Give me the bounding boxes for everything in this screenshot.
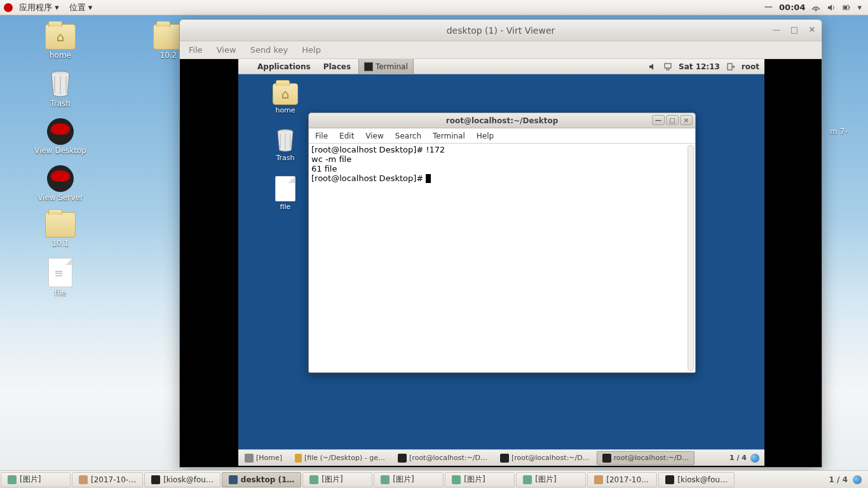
menu-view[interactable]: View bbox=[217, 45, 236, 55]
terminal-title: root@localhost:~/Desktop bbox=[446, 116, 559, 125]
desktop-icon-home[interactable]: home bbox=[25, 24, 95, 60]
guest-user-label[interactable]: root bbox=[742, 62, 759, 71]
user-menu-arrow-icon[interactable]: ▾ bbox=[857, 3, 862, 12]
term-menu-terminal[interactable]: Terminal bbox=[433, 132, 465, 140]
terminal-window: root@localhost:~/Desktop — □ ✕ File Edit… bbox=[308, 112, 696, 373]
term-menu-file[interactable]: File bbox=[315, 132, 328, 140]
menu-send-key[interactable]: Send key bbox=[250, 45, 288, 55]
guest-volume-icon[interactable] bbox=[648, 62, 657, 71]
guest-desktop: Applications Places Terminal Sat 12:13 r… bbox=[238, 59, 764, 466]
terminal-close-button[interactable]: ✕ bbox=[680, 115, 693, 125]
dock-item[interactable]: [kiosk@fou… bbox=[658, 472, 735, 487]
host-workspace-indicator[interactable]: 1 / 4 bbox=[823, 475, 868, 484]
virt-viewer-titlebar[interactable]: desktop (1) - Virt Viewer — □ ✕ bbox=[180, 20, 822, 41]
terminal-icon bbox=[151, 475, 160, 484]
file-icon bbox=[275, 176, 295, 201]
clock-prefix: 一 bbox=[764, 2, 773, 13]
window-title: desktop (1) - Virt Viewer bbox=[447, 25, 555, 36]
virt-viewer-window: desktop (1) - Virt Viewer — □ ✕ File Vie… bbox=[179, 19, 822, 468]
guest-task-gedit[interactable]: [file (~/Desktop) - ge… bbox=[289, 451, 391, 465]
guest-icon-file[interactable]: file bbox=[266, 176, 304, 211]
terminal-icon bbox=[364, 62, 373, 71]
svg-rect-6 bbox=[728, 64, 732, 70]
desktop-icon-trash[interactable]: Trash bbox=[25, 70, 95, 108]
menu-file[interactable]: File bbox=[189, 45, 203, 55]
term-prompt: [root@localhost Desktop]# bbox=[311, 173, 426, 183]
host-desktop-icons: home 10.2 Trash View Desktop View Server… bbox=[25, 24, 203, 297]
image-viewer-icon bbox=[381, 475, 390, 484]
term-line: wc -m file bbox=[311, 154, 351, 164]
network-icon[interactable] bbox=[811, 3, 820, 12]
guest-logout-icon[interactable] bbox=[726, 62, 735, 71]
term-line: [root@localhost Desktop]# !172 bbox=[311, 145, 445, 154]
dock-item-active[interactable]: desktop (1… bbox=[222, 472, 301, 487]
volume-icon[interactable] bbox=[827, 3, 836, 12]
guest-task-home[interactable]: [Home] bbox=[239, 451, 288, 465]
terminal-body[interactable]: [root@localhost Desktop]# !172 wc -m fil… bbox=[309, 144, 695, 372]
battery-icon[interactable] bbox=[842, 3, 851, 12]
guest-task-terminal-1[interactable]: [root@localhost:~/D… bbox=[392, 451, 493, 465]
term-menu-edit[interactable]: Edit bbox=[339, 132, 354, 140]
text-file-icon bbox=[48, 258, 72, 287]
minimize-button[interactable]: — bbox=[772, 25, 781, 34]
desktop-icon-10-1[interactable]: 10.1 bbox=[25, 212, 95, 248]
image-viewer-icon bbox=[594, 475, 603, 484]
terminal-minimize-button[interactable]: — bbox=[652, 115, 665, 125]
host-bottom-panel: [图片] [2017-10-… [kiosk@fou… desktop (1… … bbox=[0, 470, 868, 488]
term-menu-view[interactable]: View bbox=[365, 132, 383, 140]
guest-task-terminal-active[interactable]: root@localhost:~/D… bbox=[597, 451, 695, 465]
svg-rect-3 bbox=[844, 6, 847, 9]
truncated-right-icons: m 7- bbox=[830, 127, 868, 136]
terminal-menubar: File Edit View Search Terminal Help bbox=[309, 128, 695, 144]
image-viewer-icon bbox=[8, 475, 17, 484]
guest-top-panel: Applications Places Terminal Sat 12:13 r… bbox=[238, 59, 764, 74]
guest-desktop-area[interactable]: home Trash file root@localhost:~/Desktop bbox=[238, 74, 764, 449]
guest-icon-trash[interactable]: Trash bbox=[266, 128, 304, 162]
dock-item[interactable]: [图片] bbox=[516, 472, 586, 487]
dock-item[interactable]: [图片] bbox=[302, 472, 372, 487]
guest-workspace-indicator[interactable]: 1 / 4 bbox=[724, 454, 764, 463]
image-viewer-icon bbox=[452, 475, 461, 484]
dock-item[interactable]: [2017-10… bbox=[587, 472, 657, 487]
terminal-cursor bbox=[426, 174, 431, 183]
dock-item[interactable]: [2017-10-… bbox=[72, 472, 143, 487]
guest-clock[interactable]: Sat 12:13 bbox=[679, 62, 720, 71]
terminal-maximize-button[interactable]: □ bbox=[666, 115, 679, 125]
terminal-icon bbox=[500, 454, 509, 463]
image-viewer-icon bbox=[523, 475, 532, 484]
guest-places-menu[interactable]: Places bbox=[318, 59, 356, 74]
close-button[interactable]: ✕ bbox=[808, 25, 817, 34]
desktop-icon-file[interactable]: file bbox=[25, 258, 95, 297]
term-menu-search[interactable]: Search bbox=[395, 132, 421, 140]
dock-item[interactable]: [图片] bbox=[445, 472, 515, 487]
term-line: 61 file bbox=[311, 164, 337, 173]
maximize-button[interactable]: □ bbox=[790, 25, 799, 34]
dock-item[interactable]: [图片] bbox=[1, 472, 71, 487]
guest-active-task[interactable]: Terminal bbox=[358, 59, 414, 74]
desktop-icon-view-server[interactable]: View Server bbox=[25, 165, 95, 202]
guest-network-icon[interactable] bbox=[663, 62, 672, 71]
trash-icon bbox=[47, 70, 74, 98]
trash-icon bbox=[274, 128, 297, 152]
image-viewer-icon bbox=[79, 475, 88, 484]
term-menu-help[interactable]: Help bbox=[477, 132, 494, 140]
svg-rect-2 bbox=[849, 7, 850, 8]
dock-item[interactable]: [图片] bbox=[374, 472, 444, 487]
svg-rect-5 bbox=[665, 64, 671, 68]
virt-viewer-icon bbox=[229, 475, 238, 484]
workspace-dot-icon bbox=[853, 475, 862, 484]
host-clock[interactable]: 00:04 bbox=[779, 3, 805, 12]
terminal-scrollbar[interactable] bbox=[688, 145, 694, 371]
menu-help[interactable]: Help bbox=[302, 45, 321, 55]
guest-task-terminal-2[interactable]: [root@localhost:~/D… bbox=[494, 451, 595, 465]
virt-viewer-framebuffer[interactable]: Applications Places Terminal Sat 12:13 r… bbox=[180, 59, 822, 467]
apps-menu[interactable]: 应用程序 ▾ bbox=[15, 2, 63, 13]
desktop-icon-view-desktop[interactable]: View Desktop bbox=[25, 118, 95, 155]
places-menu[interactable]: 位置 ▾ bbox=[65, 2, 97, 13]
dock-item[interactable]: [kiosk@fou… bbox=[144, 472, 220, 487]
guest-apps-menu[interactable]: Applications bbox=[252, 59, 316, 74]
gedit-icon bbox=[295, 454, 302, 463]
terminal-titlebar[interactable]: root@localhost:~/Desktop — □ ✕ bbox=[309, 113, 695, 128]
guest-icon-home[interactable]: home bbox=[266, 83, 304, 114]
image-viewer-icon bbox=[309, 475, 318, 484]
